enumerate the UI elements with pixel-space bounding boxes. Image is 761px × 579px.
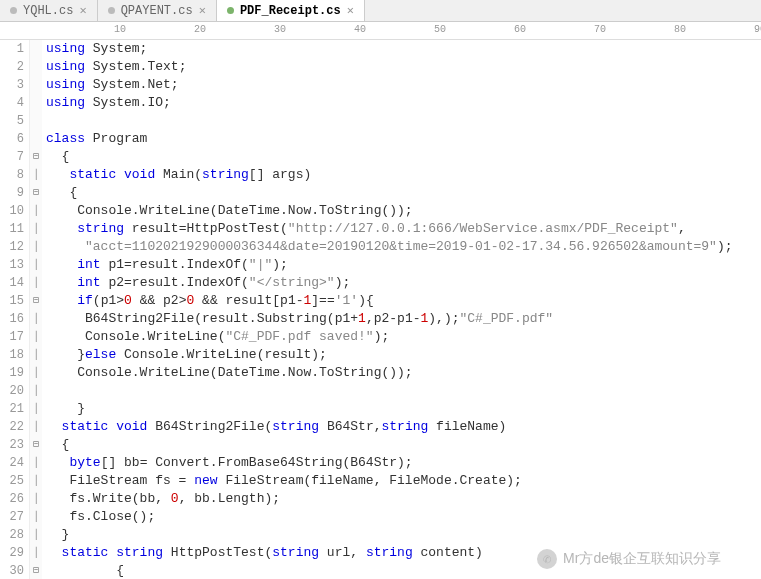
code-area[interactable]: using System;using System.Text;using Sys… — [42, 40, 761, 579]
tab-label: QPAYENT.cs — [121, 4, 193, 18]
fold-gutter: ⊟│⊟│││││⊟│││││││⊟││││││⊟ — [30, 40, 42, 579]
tab-label: YQHL.cs — [23, 4, 73, 18]
close-icon[interactable]: ✕ — [79, 3, 86, 18]
watermark: ✆ Mr方de银企互联知识分享 — [537, 549, 721, 569]
editor: 1234567891011121314151617181920212223242… — [0, 40, 761, 579]
tab-qpayent[interactable]: QPAYENT.cs✕ — [98, 0, 217, 21]
tab-yqhl[interactable]: YQHL.cs✕ — [0, 0, 98, 21]
close-icon[interactable]: ✕ — [199, 3, 206, 18]
tab-dot-icon — [227, 7, 234, 14]
wechat-icon: ✆ — [537, 549, 557, 569]
tab-dot-icon — [108, 7, 115, 14]
tabs-bar: YQHL.cs✕ QPAYENT.cs✕ PDF_Receipt.cs✕ — [0, 0, 761, 22]
tab-label: PDF_Receipt.cs — [240, 4, 341, 18]
tab-dot-icon — [10, 7, 17, 14]
ruler: 102030405060708090 — [0, 22, 761, 40]
line-number-gutter: 1234567891011121314151617181920212223242… — [0, 40, 30, 579]
close-icon[interactable]: ✕ — [347, 3, 354, 18]
watermark-text: Mr方de银企互联知识分享 — [563, 550, 721, 568]
tab-pdf-receipt[interactable]: PDF_Receipt.cs✕ — [217, 0, 365, 21]
